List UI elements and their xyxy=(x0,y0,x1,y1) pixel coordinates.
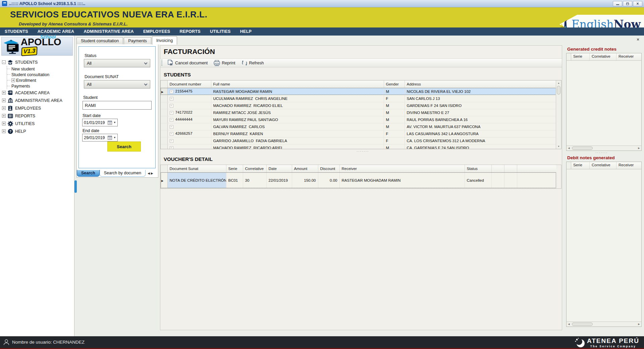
start-date-input[interactable]: 01/01/2019▼ xyxy=(82,119,118,126)
tree-node-students[interactable]: - STUDENTS xyxy=(2,58,72,66)
tree-node-payments[interactable]: Payments xyxy=(7,83,72,89)
row-expand-icon[interactable] xyxy=(170,90,173,94)
tab-close-icon[interactable]: × xyxy=(635,37,641,42)
col-document-sunat[interactable]: Document Sunat xyxy=(167,165,226,172)
col-gender[interactable]: Gender xyxy=(384,80,405,88)
scroll-thumb[interactable] xyxy=(572,147,593,150)
student-row[interactable]: UCULMANA RAMIREZ CHRIS ANGELINE F SAN CA… xyxy=(161,95,556,102)
student-row[interactable]: MACHADO RAMIREZ RICARDO ELIEL M GARDENIA… xyxy=(161,102,556,109)
expand-icon[interactable]: + xyxy=(2,106,6,110)
tab-scroll-arrows[interactable]: ◀▶ xyxy=(148,170,154,177)
col-receiver[interactable]: Receiver xyxy=(616,53,641,60)
col-address[interactable]: Address xyxy=(405,80,556,88)
close-button[interactable]: × xyxy=(633,1,642,6)
expand-icon[interactable]: + xyxy=(11,78,15,82)
tab-invoicing[interactable]: Invoicing xyxy=(152,36,177,45)
menu-administrative-area[interactable]: ADMINISTRATIVE AREA xyxy=(79,27,138,36)
student-row[interactable]: GALVAN RAMIREZ CARLOS M AV. VICTOR M. MA… xyxy=(161,123,556,130)
col-amount[interactable]: Amount xyxy=(292,165,318,172)
scroll-thumb[interactable] xyxy=(557,86,560,95)
splitter-handle[interactable] xyxy=(74,180,77,193)
row-expand-icon[interactable] xyxy=(170,132,173,136)
student-row[interactable]: 21554475 RASTEGAR MOGHADAM RAMIN M NICOL… xyxy=(161,88,556,95)
student-row[interactable]: GARRIDO JARAMILLO FADIA GABRIELA F CA. L… xyxy=(161,137,556,144)
minimize-button[interactable] xyxy=(613,1,622,6)
tree-node-new-student[interactable]: New student xyxy=(7,66,72,72)
cell-cancel-action[interactable] xyxy=(491,188,504,189)
student-input[interactable]: RAMI xyxy=(83,101,152,110)
row-expand-icon[interactable] xyxy=(170,104,173,108)
col-serie[interactable]: Serie xyxy=(571,53,590,60)
col-receiver[interactable]: Receiver xyxy=(339,165,465,172)
tree-node-help[interactable]: + ? HELP xyxy=(2,127,72,135)
date-dropdown-icon[interactable]: ▼ xyxy=(113,136,116,139)
cell-print-action[interactable] xyxy=(504,188,517,189)
scroll-down-icon[interactable]: ▼ xyxy=(556,144,561,149)
col-status[interactable]: Status xyxy=(465,165,491,172)
student-row[interactable]: 44444444 MAYURI RAMIREZ PAUL SANTIAGO M … xyxy=(161,116,556,123)
vertical-scrollbar[interactable]: ▲ ▼ xyxy=(556,80,561,149)
status-select[interactable]: All xyxy=(84,59,150,67)
voucher-row[interactable]: NOTA DE CRÉDITO ELECTRÓNICA BC01 30 22/0… xyxy=(161,172,556,188)
col-date[interactable]: Date xyxy=(266,165,292,172)
document-sunat-select[interactable]: All xyxy=(84,80,150,89)
col-discount[interactable]: Discount xyxy=(318,165,339,172)
expand-icon[interactable]: + xyxy=(2,114,6,118)
menu-help[interactable]: HELP xyxy=(235,27,257,36)
row-expand-icon[interactable] xyxy=(170,139,173,143)
cell-print-action[interactable] xyxy=(504,172,517,188)
tree-node-academic-area[interactable]: + ACADEMIC AREA xyxy=(2,89,72,97)
tree-node-reports[interactable]: + REPORTS xyxy=(2,112,72,120)
col-full-name[interactable]: Full name xyxy=(211,80,384,88)
row-expand-icon[interactable] xyxy=(170,97,173,101)
student-row[interactable]: 74172022 RAMIREZ MITACC JOSÉ JESÙS M DIV… xyxy=(161,109,556,116)
col-document-number[interactable]: Document number xyxy=(167,80,211,88)
col-correlative[interactable]: Correlative xyxy=(243,165,266,172)
date-dropdown-icon[interactable]: ▼ xyxy=(113,121,116,124)
tree-node-utilities[interactable]: + UTILITIES xyxy=(2,120,72,127)
col-receiver[interactable]: Receiver xyxy=(616,162,641,169)
row-expand-icon[interactable] xyxy=(170,146,173,149)
reprint-button[interactable]: Reprint xyxy=(211,59,238,67)
calendar-icon[interactable] xyxy=(108,121,112,125)
horizontal-scrollbar[interactable]: ◀ ▶ xyxy=(567,146,641,151)
tree-node-administrative-area[interactable]: + ADMINISTRATIVE AREA xyxy=(2,97,72,104)
cell-cancel-action[interactable] xyxy=(491,172,504,188)
expand-icon[interactable]: + xyxy=(2,91,6,95)
scroll-right-icon[interactable]: ▶ xyxy=(637,146,641,151)
scroll-right-icon[interactable]: ▶ xyxy=(637,322,641,327)
row-expand-icon[interactable] xyxy=(170,111,173,115)
voucher-row[interactable]: BOLETA DE VENTA ELECTRÓNICA B002 6 22/01… xyxy=(161,188,556,189)
tab-payments[interactable]: Payments xyxy=(124,37,151,45)
expand-icon[interactable]: + xyxy=(2,122,6,125)
tree-node-student-consultation[interactable]: Student consultation xyxy=(7,72,72,77)
calendar-icon[interactable] xyxy=(108,136,112,140)
expand-icon[interactable]: + xyxy=(2,99,6,102)
menu-students[interactable]: STUDENTS xyxy=(0,27,33,36)
col-serie[interactable]: Serie xyxy=(226,165,243,172)
menu-utilities[interactable]: UTILITIES xyxy=(205,27,235,36)
menu-reports[interactable]: REPORTS xyxy=(175,27,205,36)
student-row[interactable]: 42666257 BERNUY RAMIREZ KAREN F LAS CASU… xyxy=(161,130,556,137)
scroll-left-icon[interactable]: ◀ xyxy=(567,146,571,151)
end-date-input[interactable]: 29/01/2019▼ xyxy=(82,134,118,141)
horizontal-scrollbar[interactable]: ◀ ▶ xyxy=(567,322,641,327)
panel-splitter-handle[interactable]: ······· xyxy=(595,151,608,155)
row-expand-icon[interactable] xyxy=(170,118,173,122)
scroll-left-icon[interactable]: ◀ xyxy=(567,322,571,327)
student-row[interactable]: MACHADO RAMIREZ RICARDO ARIEL M CA. GARD… xyxy=(161,144,556,149)
restore-button[interactable] xyxy=(623,1,632,6)
grid-splitter-handle[interactable]: ······· xyxy=(357,150,369,153)
row-expand-icon[interactable] xyxy=(170,125,173,129)
search-button[interactable]: Search xyxy=(107,141,141,152)
cancel-document-button[interactable]: Cancel document xyxy=(164,59,211,67)
expand-icon[interactable]: + xyxy=(2,129,6,133)
col-correlative[interactable]: Correlative xyxy=(590,162,616,169)
tree-node-employees[interactable]: + EMPLOYEES xyxy=(2,104,72,112)
scroll-thumb[interactable] xyxy=(572,323,593,326)
col-serie[interactable]: Serie xyxy=(571,162,590,169)
collapse-icon[interactable]: - xyxy=(2,60,6,64)
tab-search[interactable]: Search xyxy=(77,170,100,177)
tab-search-by-document[interactable]: Search by documen xyxy=(100,170,146,177)
scroll-up-icon[interactable]: ▲ xyxy=(556,80,561,85)
